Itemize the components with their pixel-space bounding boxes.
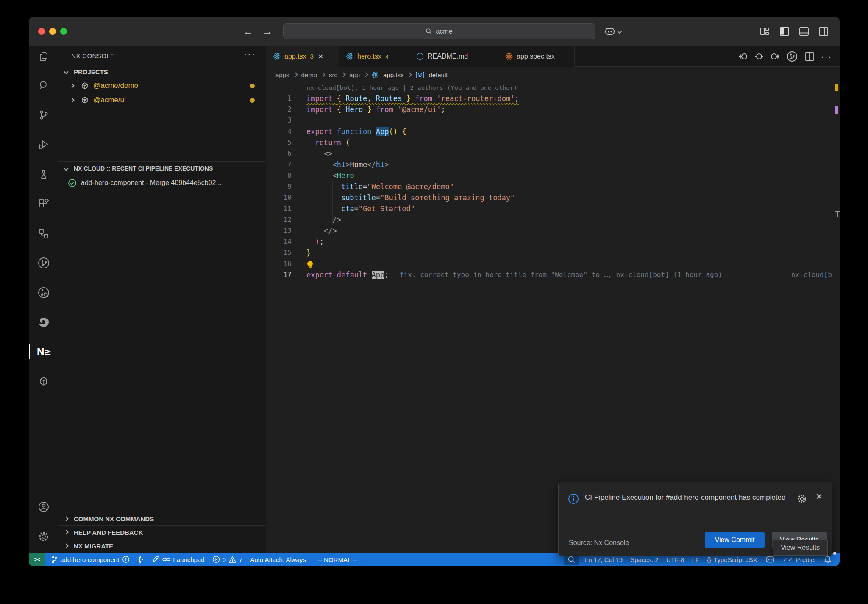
branch-status-item[interactable]: add-hero-component [47, 553, 134, 566]
code-line[interactable]: 7 <h1>Home</h1> [266, 159, 840, 170]
copilot-menu[interactable] [604, 17, 621, 46]
chevron-right-icon [64, 530, 68, 534]
gitlens-blame-header[interactable]: nx-cloud[bot], 1 hour ago | 2 authors (Y… [266, 83, 840, 93]
chevron-right-icon [64, 516, 68, 521]
command-center-search[interactable]: acme [283, 23, 595, 39]
code-line[interactable]: 4export function App() { [266, 126, 840, 137]
search-value: acme [436, 28, 452, 35]
breadcrumb-item[interactable]: src [329, 71, 337, 78]
containers-icon[interactable] [33, 371, 54, 391]
code-line[interactable]: 11 cta="Get Started" [266, 203, 840, 214]
code-line[interactable]: 12 /> [266, 214, 840, 225]
code-line[interactable]: 10 subtitle="Build something amazing tod… [266, 192, 840, 203]
code-line[interactable]: 16 [266, 258, 840, 269]
section-projects[interactable]: PROJECTS [58, 65, 266, 78]
sidebar-title: NX CONSOLE [71, 46, 114, 65]
code-line[interactable]: 15} [266, 247, 840, 258]
sidebar-more-actions[interactable]: ··· [244, 49, 256, 60]
project-graph-icon[interactable] [33, 224, 54, 244]
auto-attach-status-item[interactable]: Auto Attach: Always [246, 553, 310, 566]
tab-readme-md[interactable]: README.md [409, 46, 498, 67]
run-file-icon[interactable] [786, 50, 798, 62]
toggle-panel-icon[interactable] [799, 27, 809, 36]
inline-blame-annotation: fix: correct typo in hero title from "We… [400, 269, 722, 280]
code-line[interactable]: 2import { Hero } from '@acme/ui'; [266, 104, 840, 115]
more-actions-icon[interactable]: ··· [821, 52, 832, 62]
code-line[interactable]: 8 <Hero [266, 170, 840, 181]
tab-app-spec-tsx[interactable]: app.spec.tsx [498, 46, 575, 67]
toggle-primary-sidebar-icon[interactable] [779, 27, 790, 36]
code-line[interactable]: 9 title="Welcome @acme/demo" [266, 181, 840, 192]
lightbulb-icon[interactable] [307, 261, 313, 266]
line-number: 4 [266, 126, 292, 137]
code-text: export default App; [306, 269, 389, 280]
line-number: 12 [266, 214, 292, 225]
code-line[interactable]: 5 return ( [266, 137, 840, 148]
navigate-next-change-icon[interactable] [770, 52, 780, 61]
section-common-nx-commands[interactable]: COMMON NX COMMANDS [58, 512, 266, 526]
nx-console-icon[interactable]: N≥ [33, 341, 54, 362]
tab-hero-tsx[interactable]: hero.tsx 4 [339, 46, 409, 67]
testing-icon[interactable] [33, 164, 54, 185]
remote-indicator[interactable]: >< [29, 553, 45, 566]
section-nx-migrate[interactable]: NX MIGRATE [58, 539, 266, 553]
code-line[interactable]: 14 ); [266, 236, 840, 247]
breadcrumb-item[interactable]: default [428, 71, 448, 78]
package-icon [81, 96, 89, 104]
commit-graph-icon[interactable] [33, 282, 54, 303]
customize-layout-icon[interactable] [760, 27, 770, 36]
accounts-icon[interactable] [33, 497, 54, 517]
code-text: <h1>Home</h1> [306, 159, 389, 170]
editor-group: app.tsx 3 × hero.tsx 4 [266, 46, 840, 553]
pipeline-execution-item[interactable]: add-hero-component - Merge 409b44e5cb02.… [58, 176, 266, 190]
current-change-icon[interactable] [755, 52, 763, 61]
close-icon[interactable]: × [318, 52, 323, 61]
source-control-icon[interactable] [33, 105, 54, 125]
chevron-right-icon [341, 72, 345, 77]
section-help-and-feedback[interactable]: HELP AND FEEDBACK [58, 526, 266, 539]
history-back-icon[interactable]: ← [243, 25, 253, 37]
settings-gear-icon[interactable] [33, 526, 54, 547]
toggle-secondary-sidebar-icon[interactable] [818, 27, 829, 36]
close-icon[interactable]: × [816, 490, 822, 503]
gitlens-icon[interactable] [33, 253, 54, 273]
project-label: @acme/demo [93, 81, 138, 90]
pipeline-label: add-hero-component - Merge 409b44e5cb02.… [81, 179, 222, 187]
breadcrumb-item[interactable]: app.tsx [383, 71, 403, 78]
breadcrumb-item[interactable]: apps [275, 71, 289, 78]
extensions-icon[interactable] [33, 194, 54, 214]
commit-graph-status-item[interactable] [134, 553, 148, 566]
section-nx-cloud[interactable]: NX CLOUD :: RECENT CI PIPELINE EXECUTION… [58, 162, 266, 175]
maximize-window-button[interactable] [60, 28, 67, 35]
line-number: 1 [266, 93, 292, 104]
code-line[interactable]: 13 </> [266, 225, 840, 236]
close-window-button[interactable] [38, 28, 45, 35]
split-editor-icon[interactable] [804, 52, 815, 61]
history-forward-icon[interactable]: → [262, 25, 273, 37]
view-commit-button[interactable]: View Commit [705, 532, 765, 548]
overview-ruler[interactable]: T [834, 83, 840, 553]
search-icon[interactable] [33, 75, 54, 95]
vim-mode-status-item[interactable]: -- NORMAL -- [314, 553, 361, 566]
breadcrumb-item[interactable]: demo [301, 71, 317, 78]
modified-dot [250, 84, 255, 88]
code-line[interactable]: 17export default App;fix: correct typo i… [266, 269, 840, 280]
explorer-icon[interactable] [33, 46, 54, 67]
launchpad-status-item[interactable]: Launchpad [148, 553, 208, 566]
run-debug-icon[interactable] [33, 134, 54, 155]
project-item-acme-demo[interactable]: @acme/demo [58, 78, 266, 93]
gear-icon[interactable] [797, 494, 807, 504]
minimize-window-button[interactable] [49, 28, 56, 35]
code-line[interactable]: 3 [266, 115, 840, 126]
tab-app-tsx[interactable]: app.tsx 3 × [266, 46, 339, 67]
problems-status-item[interactable]: 0 7 [209, 553, 247, 566]
edge-tools-icon[interactable] [33, 312, 54, 332]
chevron-right-icon [70, 83, 74, 88]
tab-bar: app.tsx 3 × hero.tsx 4 [266, 46, 840, 67]
project-item-acme-ui[interactable]: @acme/ui [58, 93, 266, 107]
code-line[interactable]: 6 <> [266, 148, 840, 159]
title-bar[interactable]: ← → acme [29, 17, 840, 46]
navigate-previous-change-icon[interactable] [738, 52, 748, 61]
breadcrumb-item[interactable]: app [349, 71, 360, 78]
code-line[interactable]: 1import { Route, Routes } from 'react-ro… [266, 93, 840, 104]
